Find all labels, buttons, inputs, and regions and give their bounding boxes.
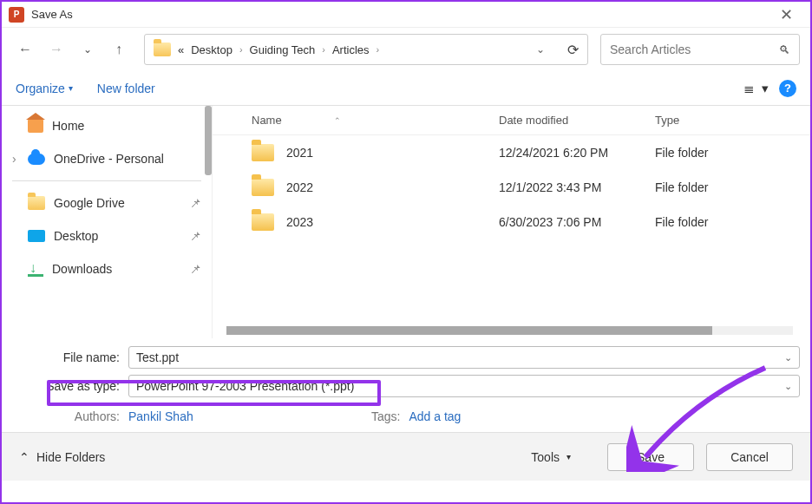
breadcrumb[interactable]: « Desktop › Guiding Tech › Articles › (178, 43, 529, 56)
download-icon (28, 263, 43, 275)
dropdown-icon[interactable]: ⌄ (784, 381, 792, 392)
sidebar-item-gdrive[interactable]: Google Drive 📌︎ (2, 187, 212, 219)
cancel-button[interactable]: Cancel (706, 443, 793, 471)
recent-dropdown-icon[interactable]: ⌄ (75, 36, 101, 62)
tags-value[interactable]: Add a tag (409, 409, 461, 423)
refresh-icon[interactable]: ⟳ (567, 42, 579, 58)
address-dropdown-icon[interactable]: ⌄ (536, 43, 545, 56)
pin-icon[interactable]: 📌︎ (189, 262, 201, 276)
pin-icon[interactable]: 📌︎ (189, 196, 201, 210)
dialog-title: Save As (31, 8, 73, 21)
forward-icon[interactable]: → (43, 36, 69, 62)
search-input[interactable]: 🔍︎ (600, 34, 800, 65)
authors-label: Authors: (12, 409, 128, 423)
powerpoint-icon: P (9, 7, 24, 23)
folder-icon (28, 196, 45, 210)
address-bar[interactable]: « Desktop › Guiding Tech › Articles › ⌄ … (144, 34, 588, 65)
home-icon (28, 119, 43, 133)
new-folder-button[interactable]: New folder (97, 82, 155, 95)
hide-folders-button[interactable]: ⌃ Hide Folders (19, 450, 105, 464)
scrollbar-thumb[interactable] (205, 106, 212, 175)
chevron-up-icon: ⌃ (19, 450, 29, 464)
pin-icon[interactable]: 📌︎ (189, 229, 201, 243)
sidebar-item-desktop[interactable]: Desktop 📌︎ (2, 219, 212, 252)
tags-label: Tags: (371, 409, 409, 423)
horizontal-scrollbar[interactable] (226, 326, 793, 335)
sort-indicator-icon: ⌃ (334, 116, 341, 125)
close-icon[interactable]: ✕ (769, 5, 803, 24)
help-icon[interactable]: ? (779, 80, 796, 97)
view-options-icon[interactable]: ≣ ▾ (743, 81, 769, 96)
folder-icon (252, 213, 274, 231)
up-icon[interactable]: ↑ (106, 36, 132, 62)
filename-label: File name: (12, 350, 128, 364)
list-item[interactable]: 2023 6/30/2023 7:06 PM File folder (213, 205, 810, 239)
folder-icon (252, 179, 274, 196)
sidebar-item-home[interactable]: Home (2, 109, 212, 142)
folder-icon (154, 43, 171, 56)
back-icon[interactable]: ← (12, 36, 38, 62)
folder-icon (252, 144, 274, 161)
sidebar-item-downloads[interactable]: Downloads 📌︎ (2, 252, 212, 285)
list-item[interactable]: 2022 12/1/2022 3:43 PM File folder (213, 170, 810, 205)
dropdown-icon[interactable]: ⌄ (784, 352, 792, 363)
desktop-icon (28, 230, 45, 242)
authors-value[interactable]: Pankil Shah (128, 409, 371, 423)
cloud-icon (28, 154, 45, 165)
sidebar: Home OneDrive - Personal Google Drive 📌︎… (2, 106, 213, 338)
tools-dropdown[interactable]: Tools▾ (531, 450, 571, 464)
save-button[interactable]: Save (607, 443, 694, 471)
filename-input[interactable]: Test.ppt⌄ (128, 346, 800, 369)
file-list: Name⌃ Date modified Type 2021 12/24/2021… (213, 106, 810, 338)
organize-button[interactable]: Organize▾ (16, 82, 73, 95)
sidebar-item-onedrive[interactable]: OneDrive - Personal (2, 142, 212, 175)
savetype-select[interactable]: PowerPoint 97-2003 Presentation (*.ppt)⌄ (128, 375, 800, 397)
savetype-label: Save as type: (12, 379, 128, 393)
list-item[interactable]: 2021 12/24/2021 6:20 PM File folder (213, 135, 810, 170)
column-headers[interactable]: Name⌃ Date modified Type (213, 106, 810, 135)
scrollbar-thumb[interactable] (226, 326, 712, 335)
search-icon[interactable]: 🔍︎ (779, 43, 790, 56)
